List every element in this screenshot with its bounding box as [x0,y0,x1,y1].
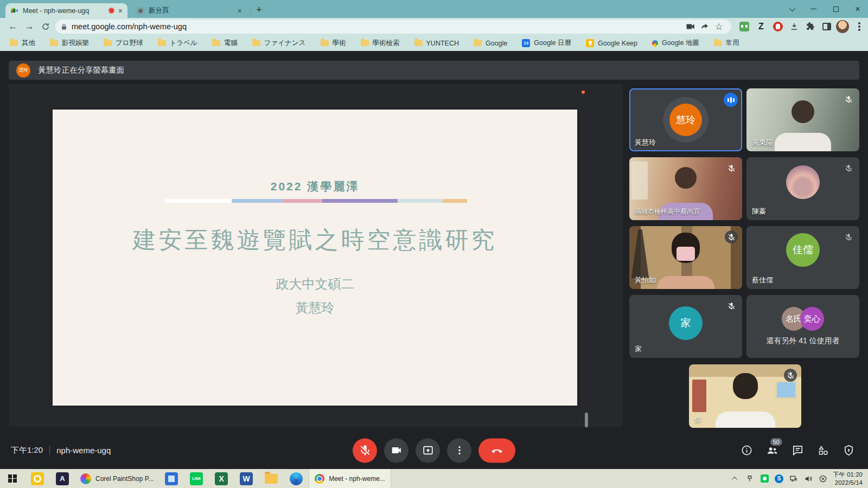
meeting-details-icon[interactable] [740,444,753,457]
folder-icon [361,40,369,46]
presentation-stage[interactable]: 2022 漢學麗澤 建安至魏遊覽賦之時空意識研究 政大中文碩二 黃慧玲 [9,84,623,427]
slide-subtitle2: 黃慧玲 [53,299,577,317]
taskbar-excel-icon[interactable]: X [209,469,234,488]
participant-tile[interactable]: 黃怡如 [629,226,742,289]
tab-search-icon[interactable] [782,0,801,18]
windows-logo-icon [8,474,17,483]
tab-capture-camera-icon[interactable] [684,20,698,34]
participants-icon[interactable]: 50 [765,444,778,457]
shared-screen-scrollbar [585,413,588,427]
bookmark-folder[interactable]: 常用 [714,38,739,48]
taskbar-line-icon[interactable]: LINE [184,469,209,488]
screen: Meet - nph-weme-ugq × 新分頁 × + × ← → meet… [0,0,868,488]
participant-tile[interactable]: 慧玲 黃慧玲 [629,88,742,151]
profile-avatar[interactable] [836,20,849,33]
tray-line-icon[interactable] [760,474,769,484]
recording-indicator-icon [109,8,114,13]
camera-toggle-button[interactable] [384,438,409,463]
tab-newtab[interactable]: 新分頁 × [132,3,247,18]
participant-name: 家 [635,344,642,354]
folder-icon [50,40,58,46]
participant-tile[interactable]: 黃東陽 [746,88,859,151]
bookmark-folder[interactable]: 其他 [10,38,35,48]
slide-eyebrow: 2022 漢學麗澤 [53,179,577,194]
activities-icon[interactable] [816,444,829,457]
share-icon[interactable] [698,20,712,34]
overflow-tile[interactable]: 名氏 奕心 還有另外 41 位使用者 [746,295,859,358]
tray-usb-icon[interactable] [745,474,755,484]
map-pin-icon [651,39,660,48]
bookmark-folder[interactable]: 學術 [321,38,346,48]
browser-menu-icon[interactable] [853,20,866,33]
tab-title: 新分頁 [149,6,233,15]
start-button[interactable] [0,469,25,488]
participant-grid: 慧玲 黃慧玲 黃東陽 [629,88,859,358]
bookmark-maps[interactable]: Google 地圖 [652,38,699,48]
tray-skype-icon[interactable]: S [774,474,784,484]
chat-icon[interactable] [791,444,804,457]
side-panel-icon[interactable] [820,20,833,33]
reload-icon[interactable] [39,20,52,33]
participant-tile[interactable]: 陳蓁 [746,157,859,220]
close-window-button[interactable]: × [848,0,867,18]
taskbar-explorer-icon[interactable] [259,469,284,488]
extension-zotero-icon[interactable]: Z [755,20,768,33]
taskbar-media-player-icon[interactable] [25,469,50,488]
maximize-button[interactable] [827,0,845,18]
bookmark-folder[interactable]: 學術檢索 [361,38,400,48]
mic-off-icon [842,93,855,106]
downloads-icon[interactable] [788,20,801,33]
meeting-panel-buttons: 50 [740,432,855,469]
tray-status-icon[interactable] [818,474,828,484]
more-options-button[interactable] [447,438,471,463]
bookmark-star-icon[interactable]: ☆ [712,20,726,34]
new-tab-button[interactable]: + [256,4,262,16]
tab-close-icon[interactable]: × [118,7,123,15]
taskbar-corel-button[interactable]: Corel PaintShop P... [75,469,159,488]
taskbar-word-icon[interactable]: W [234,469,259,488]
extension-robot-icon[interactable] [738,20,751,33]
bookmark-folder[interactable]: ファイナンス [252,38,306,48]
taskbar-clock[interactable]: 下午 01:20 2022/5/14 [833,471,865,487]
bookmark-calendar[interactable]: 13Google 日曆 [522,38,571,48]
taskbar-edge-icon[interactable] [284,469,309,488]
audio-level-icon [724,93,738,107]
minimize-button[interactable] [804,0,822,18]
bookmark-folder[interactable]: 電腦 [212,38,238,48]
avatar-photo [786,165,820,199]
mic-toggle-button[interactable] [353,438,377,463]
back-icon[interactable]: ← [7,20,20,33]
participant-tile[interactable]: 高雄市楠梓高中蔡尚宜 [629,157,742,220]
self-view-tile[interactable]: 你 [689,364,801,428]
participant-tile[interactable]: 家 家 [629,295,742,358]
banner-avatar: 慧玲 [16,63,30,78]
present-button[interactable] [416,438,440,463]
end-call-button[interactable] [478,438,515,463]
tray-chevron-icon[interactable] [730,474,740,484]
bookmark-folder[interactable]: プロ野球 [104,38,143,48]
bookmark-folder[interactable]: 影視娛樂 [50,38,89,48]
bookmark-folder[interactable]: YUNTECH [414,40,459,47]
url-bar[interactable]: meet.google.com/nph-weme-ugq ☆ [55,20,731,34]
avatar-ring: 慧玲 [663,97,709,143]
extension-adblock-icon[interactable] [771,20,784,33]
tray-volume-icon[interactable] [803,474,813,484]
taskbar-acrobat-icon[interactable]: A [50,469,75,488]
mic-off-icon [784,369,797,382]
folder-icon [252,40,260,46]
meeting-time: 下午1:20 [11,445,43,455]
taskbar-photos-icon[interactable] [159,469,184,488]
tab-meet[interactable]: Meet - nph-weme-ugq × [5,3,127,18]
participant-name: 陳蓁 [752,207,766,216]
bookmark-folder[interactable]: トラベル [158,38,197,48]
taskbar-meet-button[interactable]: Meet - nph-weme... [309,469,391,488]
participant-tile[interactable]: 佳儒 家 蔡佳儒 [746,226,859,289]
tray-network-icon[interactable] [789,474,799,484]
bookmark-keep[interactable]: Google Keep [586,39,637,47]
forward-icon[interactable]: → [23,20,36,33]
tab-close-icon[interactable]: × [238,7,242,15]
browser-tabstrip: Meet - nph-weme-ugq × 新分頁 × + × [0,0,868,18]
host-controls-icon[interactable] [842,444,855,457]
extensions-puzzle-icon[interactable] [804,20,817,33]
bookmark-folder[interactable]: Google [474,40,507,47]
